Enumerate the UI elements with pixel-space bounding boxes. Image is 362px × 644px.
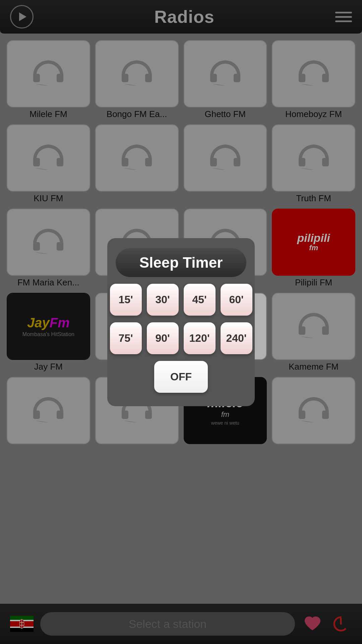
timer-240-button[interactable]: 240' [221, 322, 252, 354]
timer-row-2: 75' 90' 120' 240' [110, 322, 252, 354]
timer-90-button[interactable]: 90' [147, 322, 179, 354]
timer-75-button[interactable]: 75' [110, 322, 142, 354]
timer-45-button[interactable]: 45' [184, 284, 216, 316]
timer-off-button[interactable]: OFF [154, 361, 208, 393]
timer-row-3: OFF [154, 361, 208, 393]
sleep-timer-overlay: Sleep Timer 15' 30' 45' 60' 75' 90' 120'… [0, 0, 362, 644]
timer-15-button[interactable]: 15' [110, 284, 142, 316]
timer-row-1: 15' 30' 45' 60' [110, 284, 252, 316]
timer-30-button[interactable]: 30' [147, 284, 179, 316]
sleep-timer-title-bar: Sleep Timer [116, 248, 246, 277]
timer-60-button[interactable]: 60' [221, 284, 252, 316]
sleep-timer-title: Sleep Timer [139, 254, 223, 271]
timer-120-button[interactable]: 120' [184, 322, 216, 354]
sleep-timer-modal: Sleep Timer 15' 30' 45' 60' 75' 90' 120'… [107, 238, 255, 406]
